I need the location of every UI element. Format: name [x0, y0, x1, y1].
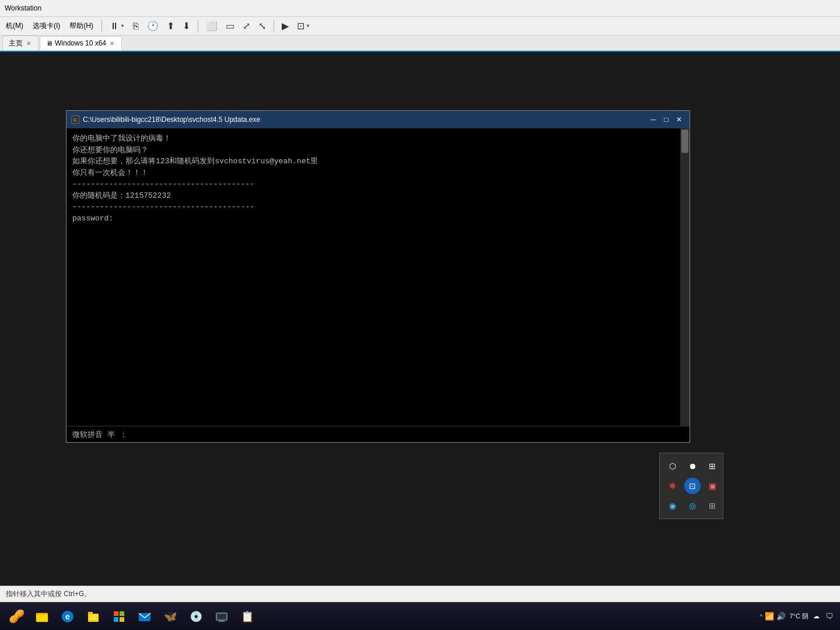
taskbar-edge[interactable]: e	[57, 606, 78, 627]
taskbar-unknown3[interactable]: 📋	[237, 606, 258, 627]
snapshot-manager-icon: ⬇	[183, 20, 190, 32]
tab-home-label: 主页	[9, 38, 23, 48]
weather-text: 7°C 阴	[789, 612, 808, 621]
taskbar-nuts-app[interactable]: 🥜	[6, 606, 27, 627]
taskbar-file-explorer[interactable]	[32, 606, 52, 627]
view-dropdown-arrow: ▼	[306, 23, 310, 29]
svg-rect-10	[120, 611, 124, 616]
clone-button[interactable]: ⎘	[130, 20, 142, 33]
clone-icon: ⎘	[133, 21, 139, 32]
cmd-content: 你的电脑中了我设计的病毒！ 你还想要你的电脑吗？ 如果你还想要，那么请将123和…	[66, 128, 690, 426]
revert-button[interactable]: ⬆	[164, 19, 177, 33]
scrollbar-thumb[interactable]	[681, 130, 688, 153]
svg-rect-8	[90, 618, 97, 619]
svg-rect-16	[219, 620, 224, 621]
svg-rect-9	[114, 611, 118, 616]
svg-rect-17	[218, 621, 225, 622]
tray-winapp-icon[interactable]: ⊞	[704, 498, 720, 514]
tab-win10-label: Windows 10 x64	[55, 39, 106, 47]
notification-button[interactable]: 🗨	[823, 612, 835, 621]
menu-sep-2	[198, 20, 198, 32]
fullscreen-icon: ⬜	[206, 20, 218, 32]
taskbar-vmware[interactable]	[211, 606, 232, 627]
svg-rect-11	[114, 617, 118, 622]
tray-security-icon[interactable]: ⊞	[704, 458, 720, 474]
cmd-status-bar: 微软拼音 半 ：	[66, 426, 690, 442]
pause-icon: ⏸	[110, 21, 119, 32]
clock-weather[interactable]: 7°C 阴 ☁	[789, 612, 820, 621]
taskbar-unknown1[interactable]: 🦋	[160, 606, 181, 627]
tray-volume-icon[interactable]: 🔊	[776, 612, 786, 621]
cmd-status-text: 微软拼音 半 ：	[72, 429, 127, 440]
cmd-close-button[interactable]: ✕	[673, 114, 685, 125]
snapshot-button[interactable]: 🕐	[144, 19, 162, 33]
cmd-line-4: 你只有一次机会！！！	[72, 167, 674, 179]
tray-network-icon[interactable]: 📶	[765, 612, 774, 621]
cmd-sep-2: ----------------------------------------	[72, 201, 674, 213]
revert-icon: ⬆	[167, 20, 174, 32]
vmware-status-bar: 指针移入其中或按 Ctrl+G。	[0, 586, 840, 602]
restore-button[interactable]: ⤡	[256, 19, 269, 33]
cmd-app-icon: C	[71, 116, 79, 124]
tab-home-close[interactable]: ✕	[25, 40, 32, 47]
tab-win10-icon: 🖥	[46, 40, 52, 47]
tab-win10[interactable]: 🖥 Windows 10 x64 ✕	[40, 36, 122, 51]
cmd-scrollbar[interactable]	[680, 128, 690, 426]
svg-rect-15	[217, 614, 226, 620]
tray-expand-icon[interactable]: ^	[760, 613, 762, 620]
cmd-minimize-button[interactable]: ─	[648, 114, 659, 125]
console-button[interactable]: ▶	[279, 19, 292, 33]
cmd-line-2: 你还想要你的电脑吗？	[72, 145, 674, 156]
cmd-line-6: password:	[72, 213, 674, 225]
snapshot-icon: 🕐	[147, 20, 159, 32]
cmd-window-controls: ─ □ ✕	[648, 114, 685, 125]
menu-bar: 机(M) 选项卡(I) 帮助(H) ⏸ ▼ ⎘ 🕐 ⬆ ⬇ ⬜ ▭ ⤢ ⤡ ▶ …	[0, 17, 840, 36]
cmd-sep-1: ----------------------------------------	[72, 178, 674, 190]
cmd-window[interactable]: C C:\Users\bilibili-bigcc218\Desktop\svc…	[66, 110, 690, 443]
snapshot-manager-button[interactable]: ⬇	[180, 19, 193, 33]
tray-bluetooth-icon[interactable]: ⬡	[664, 458, 681, 474]
window-icon: ▭	[226, 20, 235, 32]
menu-tab[interactable]: 选项卡(I)	[29, 20, 64, 32]
tray-antivirus-icon[interactable]: ❋	[664, 478, 681, 494]
pause-button[interactable]: ⏸ ▼	[107, 20, 128, 33]
system-tray-popup: ⬡ ⏺ ⊞ ❋ ⊡ ▣ ◉ ◎ ⊞	[659, 453, 723, 519]
tab-home[interactable]: 主页 ✕	[2, 36, 38, 51]
svg-rect-12	[120, 617, 124, 622]
svg-text:e: e	[65, 612, 70, 621]
menu-machine[interactable]: 机(M)	[2, 20, 27, 32]
restore-icon: ⤡	[258, 20, 266, 32]
tab-win10-close[interactable]: ✕	[108, 40, 116, 47]
cmd-line-5: 你的随机码是：1215752232	[72, 190, 674, 202]
cmd-title-text: C:\Users\bilibili-bigcc218\Desktop\svcho…	[83, 116, 260, 124]
tray-edge1-icon[interactable]: ◉	[664, 498, 681, 514]
window-button[interactable]: ▭	[223, 19, 237, 33]
taskbar-files[interactable]	[83, 606, 104, 627]
svg-rect-6	[88, 612, 93, 614]
tray-edge2-icon[interactable]: ◎	[684, 498, 701, 514]
pause-dropdown-arrow: ▼	[120, 23, 125, 29]
view-dropdown-button[interactable]: ⊡ ▼	[294, 19, 313, 33]
taskbar-store[interactable]	[108, 606, 130, 627]
tray-redapp-icon[interactable]: ▣	[704, 478, 720, 494]
fullscreen-button[interactable]: ⬜	[203, 19, 220, 33]
tray-capture-icon[interactable]: ⊡	[684, 478, 701, 494]
cmd-title-left: C C:\Users\bilibili-bigcc218\Desktop\svc…	[71, 116, 260, 124]
taskbar-unknown2[interactable]: 💿	[186, 606, 206, 627]
menu-help[interactable]: 帮助(H)	[66, 20, 97, 32]
cmd-text-area[interactable]: 你的电脑中了我设计的病毒！ 你还想要你的电脑吗？ 如果你还想要，那么请将123和…	[66, 128, 680, 426]
tray-record-icon[interactable]: ⏺	[684, 458, 701, 474]
taskbar-mail[interactable]	[134, 606, 155, 627]
expand-button[interactable]: ⤢	[240, 19, 253, 33]
tabs-bar: 主页 ✕ 🖥 Windows 10 x64 ✕	[0, 36, 840, 52]
app-title-bar: Workstation	[0, 0, 840, 17]
expand-icon: ⤢	[243, 20, 250, 32]
app-title: Workstation	[5, 4, 41, 12]
view-icon: ⊡	[297, 20, 304, 32]
system-tray-icons: ^ 📶 🔊	[760, 612, 786, 621]
console-icon: ▶	[282, 20, 289, 32]
cmd-maximize-button[interactable]: □	[660, 114, 672, 125]
taskbar-apps: 🥜 e	[5, 606, 259, 627]
cmd-line-1: 你的电脑中了我设计的病毒！	[72, 133, 674, 145]
menu-sep-1	[102, 20, 102, 32]
